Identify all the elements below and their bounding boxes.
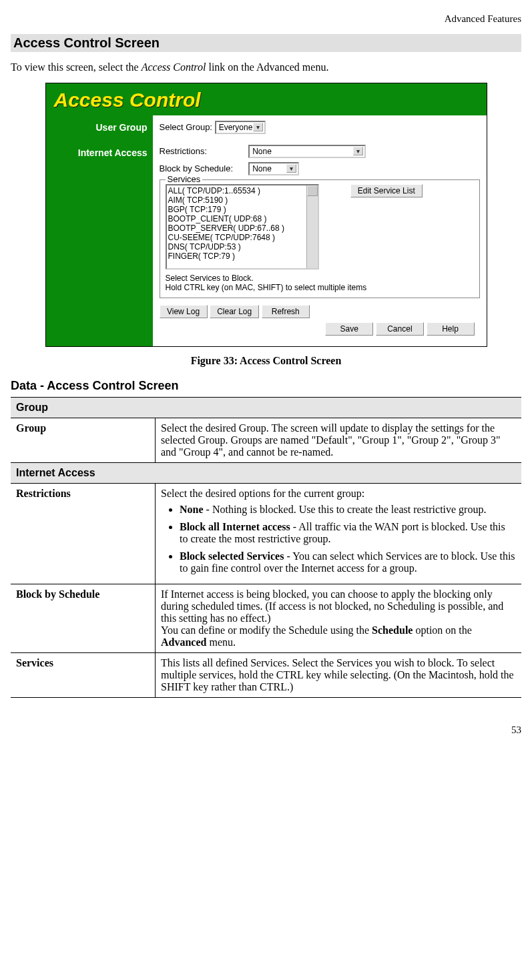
data-section-heading: Data - Access Control Screen — [11, 379, 521, 393]
section-title: Access Control Screen — [11, 34, 521, 52]
list-item[interactable]: AIM( TCP:5190 ) — [168, 195, 316, 205]
block-text-2b: option on the — [413, 624, 471, 636]
services-fieldset: Services ALL( TCP/UDP:1..65534 ) AIM( TC… — [160, 179, 480, 298]
row-group-label: Group — [11, 418, 156, 463]
save-button[interactable]: Save — [325, 322, 373, 336]
option-name: Block all Internet access — [180, 521, 290, 532]
block-bold-schedule: Schedule — [372, 624, 413, 636]
clear-log-button[interactable]: Clear Log — [210, 305, 259, 318]
figure-caption: Figure 33: Access Control Screen — [11, 355, 521, 367]
row-services-desc: This lists all defined Services. Select … — [156, 653, 522, 698]
option-text: - Nothing is blocked. Use this to create… — [204, 504, 487, 515]
services-listbox[interactable]: ALL( TCP/UDP:1..65534 ) AIM( TCP:5190 ) … — [166, 184, 319, 270]
block-schedule-label: Block by Schedule: — [160, 163, 246, 173]
screenshot-titlebar: Access Control — [46, 83, 487, 115]
sidebar-user-group: User Group — [49, 122, 148, 133]
row-block-schedule-label: Block by Schedule — [11, 584, 156, 653]
block-text-1: If Internet access is being blocked, you… — [161, 588, 503, 624]
restrictions-dropdown[interactable]: None — [248, 145, 366, 158]
view-log-button[interactable]: View Log — [160, 305, 208, 318]
restrictions-option: None - Nothing is blocked. Use this to c… — [180, 504, 516, 516]
list-item[interactable]: BGP( TCP:179 ) — [168, 205, 316, 214]
select-group-dropdown[interactable]: Everyone — [215, 121, 266, 134]
scrollbar[interactable] — [306, 185, 318, 268]
page-number: 53 — [11, 724, 521, 736]
restrictions-intro: Select the desired options for the curre… — [161, 488, 364, 499]
block-bold-advanced: Advanced — [161, 636, 206, 648]
intro-text: To view this screen, select the Access C… — [11, 61, 521, 73]
edit-service-list-button[interactable]: Edit Service List — [350, 184, 423, 197]
services-hint-1: Select Services to Block. — [166, 274, 474, 283]
data-table: Group Group Select the desired Group. Th… — [11, 397, 521, 698]
intro-post: link on the Advanced menu. — [206, 61, 328, 73]
row-block-schedule-desc: If Internet access is being blocked, you… — [156, 584, 522, 653]
option-name: None — [180, 504, 204, 515]
select-group-label: Select Group: — [160, 122, 213, 132]
help-button[interactable]: Help — [427, 322, 475, 336]
list-item[interactable]: BOOTP_CLIENT( UDP:68 ) — [168, 214, 316, 223]
intro-link-name: Access Control — [142, 61, 206, 73]
table-section-internet: Internet Access — [11, 463, 521, 484]
block-text-2a: You can define or modify the Schedule us… — [161, 624, 372, 636]
intro-pre: To view this screen, select the — [11, 61, 142, 73]
cancel-button[interactable]: Cancel — [376, 322, 424, 336]
row-restrictions-label: Restrictions — [11, 484, 156, 584]
row-services-label: Services — [11, 653, 156, 698]
list-item[interactable]: ALL( TCP/UDP:1..65534 ) — [168, 186, 316, 195]
restrictions-option: Block selected Services - You can select… — [180, 550, 516, 574]
sidebar-internet-access: Internet Access — [49, 147, 148, 158]
row-restrictions-desc: Select the desired options for the curre… — [156, 484, 522, 584]
list-item[interactable]: FINGER( TCP:79 ) — [168, 252, 316, 261]
restrictions-option: Block all Internet access - All traffic … — [180, 521, 516, 545]
restrictions-label: Restrictions: — [160, 146, 246, 156]
block-text-2c: menu. — [206, 636, 236, 648]
option-name: Block selected Services — [180, 550, 284, 562]
list-item[interactable]: CU-SEEME( TCP/UDP:7648 ) — [168, 233, 316, 242]
row-group-desc: Select the desired Group. The screen wil… — [156, 418, 522, 463]
services-legend: Services — [166, 174, 203, 184]
access-control-screenshot: Access Control User Group Internet Acces… — [45, 83, 487, 347]
table-section-group: Group — [11, 398, 521, 418]
list-item[interactable]: DNS( TCP/UDP:53 ) — [168, 242, 316, 252]
list-item[interactable]: BOOTP_SERVER( UDP:67..68 ) — [168, 223, 316, 233]
refresh-button[interactable]: Refresh — [262, 305, 310, 318]
block-schedule-dropdown[interactable]: None — [248, 162, 299, 175]
screenshot-sidebar: User Group Internet Access — [46, 115, 153, 346]
page-header-breadcrumb: Advanced Features — [11, 13, 521, 25]
screenshot-title: Access Control — [54, 89, 201, 111]
services-hint-2: Hold CTRL key (on MAC, SHIFT) to select … — [166, 283, 474, 292]
